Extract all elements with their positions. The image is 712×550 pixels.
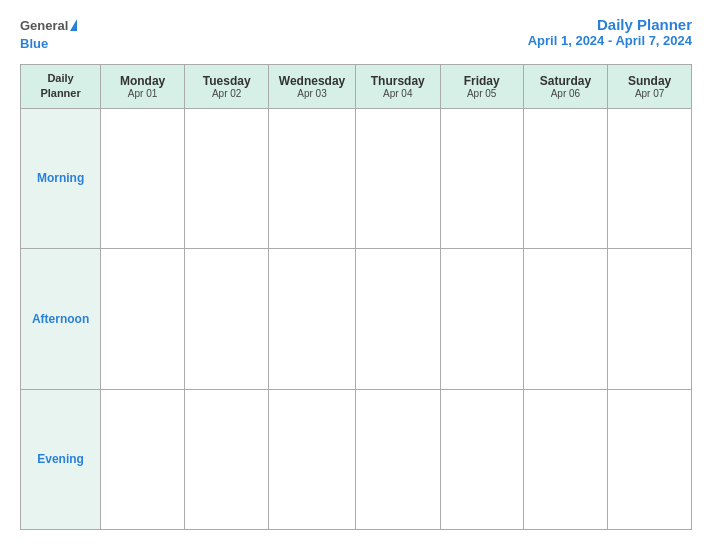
evening-wednesday[interactable] xyxy=(269,389,355,529)
morning-saturday[interactable] xyxy=(523,108,608,248)
morning-sunday[interactable] xyxy=(608,108,692,248)
evening-label: Evening xyxy=(21,389,101,529)
title-area: Daily Planner April 1, 2024 - April 7, 2… xyxy=(528,16,692,48)
afternoon-wednesday[interactable] xyxy=(269,249,355,389)
evening-row: Evening xyxy=(21,389,692,529)
morning-monday[interactable] xyxy=(101,108,185,248)
header-thursday: Thursday Apr 04 xyxy=(355,65,440,109)
planner-table: Daily Planner Monday Apr 01 Tuesday Apr … xyxy=(20,64,692,530)
table-header-row: Daily Planner Monday Apr 01 Tuesday Apr … xyxy=(21,65,692,109)
morning-row: Morning xyxy=(21,108,692,248)
morning-thursday[interactable] xyxy=(355,108,440,248)
evening-sunday[interactable] xyxy=(608,389,692,529)
header-monday: Monday Apr 01 xyxy=(101,65,185,109)
afternoon-monday[interactable] xyxy=(101,249,185,389)
morning-tuesday[interactable] xyxy=(185,108,269,248)
logo-area: General Blue xyxy=(20,16,77,52)
evening-monday[interactable] xyxy=(101,389,185,529)
morning-friday[interactable] xyxy=(440,108,523,248)
afternoon-tuesday[interactable] xyxy=(185,249,269,389)
evening-tuesday[interactable] xyxy=(185,389,269,529)
evening-saturday[interactable] xyxy=(523,389,608,529)
afternoon-friday[interactable] xyxy=(440,249,523,389)
afternoon-saturday[interactable] xyxy=(523,249,608,389)
logo-general: General xyxy=(20,16,77,34)
header-daily-planner: Daily Planner xyxy=(21,65,101,109)
header-saturday: Saturday Apr 06 xyxy=(523,65,608,109)
evening-friday[interactable] xyxy=(440,389,523,529)
afternoon-thursday[interactable] xyxy=(355,249,440,389)
morning-wednesday[interactable] xyxy=(269,108,355,248)
header-wednesday: Wednesday Apr 03 xyxy=(269,65,355,109)
morning-label: Morning xyxy=(21,108,101,248)
afternoon-sunday[interactable] xyxy=(608,249,692,389)
afternoon-row: Afternoon xyxy=(21,249,692,389)
planner-date-range: April 1, 2024 - April 7, 2024 xyxy=(528,33,692,48)
evening-thursday[interactable] xyxy=(355,389,440,529)
header-tuesday: Tuesday Apr 02 xyxy=(185,65,269,109)
logo-triangle-icon xyxy=(70,19,77,31)
planner-title: Daily Planner xyxy=(528,16,692,33)
afternoon-label: Afternoon xyxy=(21,249,101,389)
header-friday: Friday Apr 05 xyxy=(440,65,523,109)
header: General Blue Daily Planner April 1, 2024… xyxy=(20,16,692,52)
logo-blue-text: Blue xyxy=(20,34,48,52)
header-sunday: Sunday Apr 07 xyxy=(608,65,692,109)
